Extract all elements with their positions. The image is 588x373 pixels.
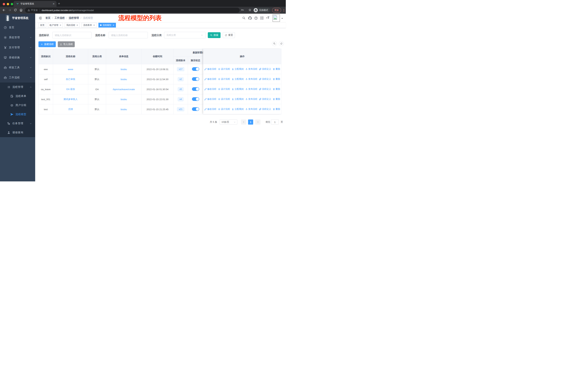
- window-close-button[interactable]: [3, 3, 5, 5]
- process-name-link[interactable]: eeee: [68, 68, 73, 71]
- action-流程定义[interactable]: 流程定义: [259, 78, 271, 81]
- action-修改流程[interactable]: 修改流程: [204, 68, 216, 71]
- process-name-link[interactable]: 自己审批: [66, 78, 75, 81]
- help-icon[interactable]: [254, 16, 258, 20]
- sidebar-item-任务管理[interactable]: 任务管理: [0, 119, 35, 128]
- action-发布流程[interactable]: 发布流程: [245, 88, 257, 91]
- tag-close-icon[interactable]: ✕: [60, 24, 61, 26]
- action-分配规则[interactable]: 分配规则: [232, 98, 244, 101]
- create-process-button[interactable]: 新建流程: [38, 41, 56, 47]
- font-size-icon[interactable]: TT: [266, 16, 269, 20]
- bookmark-star-icon[interactable]: [248, 8, 252, 12]
- action-删除[interactable]: 删除: [273, 78, 280, 81]
- action-分配规则[interactable]: 分配规则: [232, 88, 244, 91]
- process-name-link[interactable]: 测试多审批人: [63, 98, 78, 101]
- refresh-table-button[interactable]: [279, 41, 284, 46]
- action-分配规则[interactable]: 分配规则: [232, 68, 244, 71]
- sidebar-item-流程模型[interactable]: 流程模型: [0, 110, 35, 119]
- goto-page-input[interactable]: [271, 120, 279, 125]
- tag-租户管理[interactable]: 租户管理✕: [48, 23, 63, 28]
- user-avatar-broken-image[interactable]: [273, 14, 280, 22]
- form-info-link[interactable]: biubiu: [121, 68, 127, 71]
- action-分配规则[interactable]: 分配规则: [232, 78, 244, 81]
- form-info-link[interactable]: /bpm/oa/leave/create: [113, 88, 135, 91]
- reload-icon[interactable]: [14, 8, 17, 12]
- action-设计流程[interactable]: 设计流程: [218, 68, 230, 71]
- process-name-link[interactable]: 滔博: [68, 108, 73, 111]
- toggle-search-button[interactable]: [272, 41, 277, 46]
- action-发布流程[interactable]: 发布流程: [245, 108, 257, 111]
- action-流程定义[interactable]: 流程定义: [259, 98, 271, 101]
- sidebar-item-首页[interactable]: 首页: [0, 22, 35, 32]
- action-流程定义[interactable]: 流程定义: [259, 108, 271, 111]
- prev-page-button[interactable]: [241, 120, 246, 125]
- active-toggle[interactable]: [192, 77, 199, 81]
- action-发布流程[interactable]: 发布流程: [245, 78, 257, 81]
- browser-menu-icon[interactable]: [283, 9, 284, 12]
- search-button[interactable]: 搜索: [208, 32, 220, 38]
- github-icon[interactable]: [248, 16, 252, 20]
- security-chip[interactable]: 不安全: [28, 9, 38, 12]
- logo-row[interactable]: 芋道管理系统: [0, 14, 35, 22]
- action-设计流程[interactable]: 设计流程: [218, 78, 230, 81]
- sidebar-item-请假查询[interactable]: 请假查询: [0, 128, 35, 137]
- address-bar[interactable]: 不安全 dashboard.yudao.iocoder.cn/bpm/manag…: [25, 8, 240, 13]
- sidebar-item-基础设施[interactable]: 基础设施: [0, 52, 35, 62]
- new-tab-button[interactable]: +: [58, 2, 60, 6]
- action-修改流程[interactable]: 修改流程: [204, 108, 216, 111]
- tag-close-icon[interactable]: ✕: [76, 24, 78, 26]
- action-设计流程[interactable]: 设计流程: [218, 108, 230, 111]
- reset-button[interactable]: 重置: [223, 32, 235, 38]
- action-修改流程[interactable]: 修改流程: [204, 78, 216, 81]
- breadcrumb-item[interactable]: 首页: [45, 16, 51, 20]
- avatar-caret-down-icon[interactable]: [281, 17, 283, 20]
- active-toggle[interactable]: [192, 97, 199, 101]
- page-size-select[interactable]: 10条/页: [220, 120, 237, 125]
- active-toggle[interactable]: [192, 87, 199, 91]
- sidebar-item-流程管理[interactable]: 流程管理: [0, 82, 35, 92]
- sidebar-collapse-icon[interactable]: [38, 16, 42, 20]
- sidebar-item-流程表单[interactable]: 流程表单: [0, 92, 35, 101]
- window-zoom-button[interactable]: [11, 3, 13, 5]
- action-删除[interactable]: 删除: [273, 88, 280, 91]
- forward-icon[interactable]: [8, 8, 11, 12]
- active-toggle[interactable]: [192, 67, 199, 71]
- browser-tab[interactable]: 芋道管理系统 ✕: [13, 1, 56, 7]
- action-流程定义[interactable]: 流程定义: [259, 88, 271, 91]
- filter-category-select[interactable]: 流程分类: [164, 32, 206, 39]
- tab-close-icon[interactable]: ✕: [52, 2, 55, 5]
- tag-首页[interactable]: 首页: [38, 23, 46, 28]
- action-修改流程[interactable]: 修改流程: [204, 98, 216, 101]
- key-icon[interactable]: [241, 8, 244, 11]
- header-search-icon[interactable]: [242, 16, 245, 20]
- action-删除[interactable]: 删除: [273, 68, 280, 71]
- import-process-button[interactable]: 导入流程: [58, 41, 75, 47]
- action-分配规则[interactable]: 分配规则: [232, 108, 244, 111]
- filter-id-input[interactable]: [52, 32, 92, 39]
- breadcrumb-item[interactable]: 流程管理: [69, 16, 79, 20]
- sidebar-item-研发工具[interactable]: 研发工具: [0, 62, 35, 72]
- form-info-link[interactable]: biubiu: [121, 98, 127, 101]
- tag-close-icon[interactable]: ✕: [113, 24, 114, 26]
- form-info-link[interactable]: biubiu: [121, 108, 127, 111]
- tag-close-icon[interactable]: ✕: [93, 24, 95, 26]
- sidebar-item-支付管理[interactable]: 支付管理: [0, 42, 35, 52]
- action-删除[interactable]: 删除: [273, 108, 280, 111]
- active-toggle[interactable]: [192, 107, 199, 111]
- breadcrumb-item[interactable]: 工作流程: [54, 16, 65, 20]
- tag-流程模型[interactable]: 流程模型✕: [98, 23, 116, 28]
- browser-update-button[interactable]: 更新: [272, 8, 281, 13]
- home-icon[interactable]: [19, 8, 23, 12]
- action-流程定义[interactable]: 流程定义: [259, 68, 271, 71]
- window-minimize-button[interactable]: [7, 3, 9, 5]
- action-修改流程[interactable]: 修改流程: [204, 88, 216, 91]
- process-name-link[interactable]: OA 请假: [66, 88, 75, 91]
- action-发布流程[interactable]: 发布流程: [245, 68, 257, 71]
- next-page-button[interactable]: [255, 120, 261, 125]
- sidebar-item-系统管理[interactable]: 系统管理: [0, 32, 35, 42]
- action-设计流程[interactable]: 设计流程: [218, 88, 230, 91]
- filter-name-input[interactable]: [109, 32, 148, 39]
- tag-流程表单[interactable]: 流程表单✕: [82, 23, 96, 28]
- current-page-button[interactable]: 1: [248, 120, 253, 125]
- action-设计流程[interactable]: 设计流程: [218, 98, 230, 101]
